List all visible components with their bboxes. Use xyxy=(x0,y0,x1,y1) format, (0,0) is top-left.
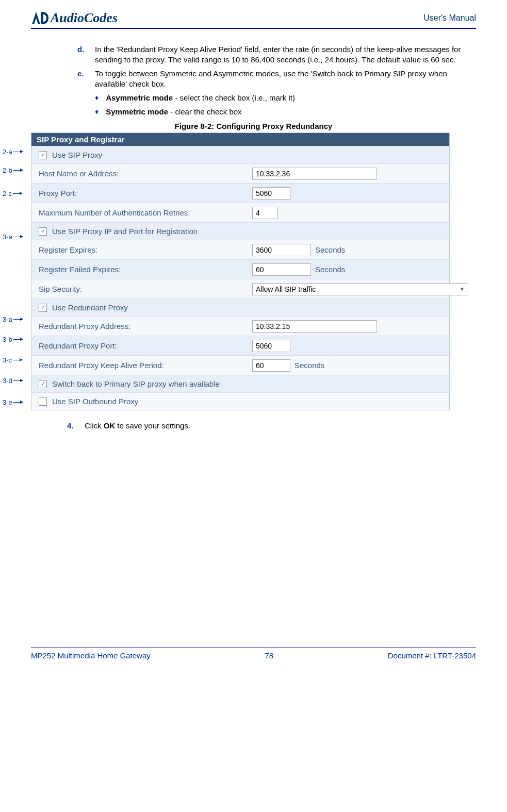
host-row: Host Name or Address: 10.33.2.36 xyxy=(31,163,449,183)
diamond-bullet-icon: ♦ xyxy=(95,106,99,117)
step-d-text: In the 'Redundant Proxy Keep Alive Perio… xyxy=(95,44,476,65)
footer-page-number: 78 xyxy=(265,651,273,660)
page-header: AudioCodes User's Manual xyxy=(31,10,476,29)
use-redundant-row: ✓ Use Redundant Proxy xyxy=(31,299,449,316)
host-input[interactable]: 10.33.2.36 xyxy=(252,168,377,180)
use-redundant-checkbox[interactable]: ✓ xyxy=(39,304,47,312)
sip-proxy-panel: SIP Proxy and Registrar ✓ Use SIP Proxy … xyxy=(31,132,450,410)
panel-title: SIP Proxy and Registrar xyxy=(31,133,449,146)
max-auth-row: Maximum Number of Authentication Retries… xyxy=(31,203,449,222)
use-sip-proxy-label: Use SIP Proxy xyxy=(52,151,102,159)
max-auth-label: Maximum Number of Authentication Retries… xyxy=(31,203,247,222)
footer-left: MP252 Multimedia Home Gateway xyxy=(31,651,151,660)
seconds-unit: Seconds xyxy=(295,361,324,370)
brand-name: AudioCodes xyxy=(51,10,118,26)
reg-expires-input[interactable]: 3600 xyxy=(252,244,311,256)
reg-expires-label: Register Expires: xyxy=(31,240,247,259)
header-manual-label: User's Manual xyxy=(423,13,476,23)
callout-2c: 2-c xyxy=(3,190,22,197)
use-ip-port-reg-row: ✓ Use SIP Proxy IP and Port for Registra… xyxy=(31,222,449,240)
use-sip-proxy-checkbox[interactable]: ✓ xyxy=(39,151,47,159)
sip-security-label: Sip Security: xyxy=(31,279,247,299)
bullet-asymmetric: ♦ Asymmetric mode - select the check box… xyxy=(95,92,476,104)
sip-security-value: Allow All SIP traffic xyxy=(256,285,316,293)
asymmetric-bold: Asymmetric mode xyxy=(106,93,173,102)
callout-3c: 3-c xyxy=(3,356,22,364)
use-redundant-label: Use Redundant Proxy xyxy=(52,303,128,312)
step-4-post: to save your settings. xyxy=(115,421,190,430)
footer-document-id: Document #: LTRT-23504 xyxy=(388,651,476,660)
use-outbound-checkbox[interactable] xyxy=(39,397,47,406)
seconds-unit: Seconds xyxy=(315,245,345,254)
use-outbound-row: Use SIP Outbound Proxy xyxy=(31,392,449,410)
symmetric-rest: - clear the check box xyxy=(168,107,242,116)
step-4-number: 4. xyxy=(67,421,76,431)
reg-failed-row: Register Failed Expires: 60 Seconds xyxy=(31,259,449,279)
red-port-row: Redundant Proxy Port: 5060 xyxy=(31,336,449,355)
sip-security-row: Sip Security: Allow All SIP traffic ▼ xyxy=(31,279,449,299)
step-d: d. In the 'Redundant Proxy Keep Alive Pe… xyxy=(77,44,476,65)
callout-3a-2: 3-a xyxy=(3,316,23,323)
callout-3d: 3-d xyxy=(3,377,23,385)
step-letter-d: d. xyxy=(77,44,87,65)
red-addr-row: Redundant Proxy Address: 10.33.2.15 xyxy=(31,316,449,336)
step-letter-e: e. xyxy=(77,69,87,90)
red-addr-input[interactable]: 10.33.2.15 xyxy=(252,320,377,333)
bullet-symmetric: ♦ Symmetric mode - clear the check box xyxy=(95,106,476,118)
symmetric-bold: Symmetric mode xyxy=(106,107,168,116)
proxy-port-row: Proxy Port: 5060 xyxy=(31,183,449,203)
use-sip-proxy-row: ✓ Use SIP Proxy xyxy=(31,146,449,163)
reg-failed-input[interactable]: 60 xyxy=(252,263,311,276)
asymmetric-rest: - select the check box (i.e., mark it) xyxy=(173,93,295,102)
proxy-port-label: Proxy Port: xyxy=(31,184,247,203)
host-label: Host Name or Address: xyxy=(31,164,247,183)
callout-2a: 2-a xyxy=(3,148,23,156)
chevron-down-icon: ▼ xyxy=(460,286,465,292)
callout-3b: 3-b xyxy=(3,336,23,343)
page-footer: MP252 Multimedia Home Gateway 78 Documen… xyxy=(31,648,476,660)
step-4-pre: Click xyxy=(85,421,104,430)
red-keep-input[interactable]: 60 xyxy=(252,359,290,372)
switch-back-row: ✓ Switch back to Primary SIP proxy when … xyxy=(31,375,449,392)
reg-expires-row: Register Expires: 3600 Seconds xyxy=(31,240,449,259)
callout-3e: 3-e xyxy=(3,399,23,406)
max-auth-input[interactable]: 4 xyxy=(252,207,278,219)
step-e-text: To toggle between Symmetric and Asymmetr… xyxy=(95,69,476,90)
red-port-input[interactable]: 5060 xyxy=(252,340,290,352)
red-keep-label: Redundant Proxy Keep Alive Period: xyxy=(31,356,247,375)
step-4: 4. Click OK to save your settings. xyxy=(67,421,476,431)
red-keep-row: Redundant Proxy Keep Alive Period: 60 Se… xyxy=(31,355,449,375)
sip-security-select[interactable]: Allow All SIP traffic ▼ xyxy=(252,283,468,295)
switch-back-checkbox[interactable]: ✓ xyxy=(39,380,47,388)
callout-2b: 2-b xyxy=(3,167,23,174)
diamond-bullet-icon: ♦ xyxy=(95,92,99,103)
brand-logo: AudioCodes xyxy=(31,10,118,26)
seconds-unit: Seconds xyxy=(315,265,345,274)
red-addr-label: Redundant Proxy Address: xyxy=(31,317,247,336)
use-ip-port-reg-label: Use SIP Proxy IP and Port for Registrati… xyxy=(52,227,198,236)
red-port-label: Redundant Proxy Port: xyxy=(31,336,247,355)
switch-back-label: Switch back to Primary SIP proxy when av… xyxy=(52,379,220,388)
proxy-port-input[interactable]: 5060 xyxy=(252,187,290,200)
reg-failed-label: Register Failed Expires: xyxy=(31,260,247,279)
use-ip-port-reg-checkbox[interactable]: ✓ xyxy=(39,227,47,236)
logo-icon xyxy=(31,11,48,25)
callout-3a-1: 3-a xyxy=(3,233,23,241)
step-e: e. To toggle between Symmetric and Asymm… xyxy=(77,69,476,90)
step-4-ok: OK xyxy=(104,421,116,430)
use-outbound-label: Use SIP Outbound Proxy xyxy=(52,397,138,406)
figure-caption: Figure 8-2: Configuring Proxy Redundancy xyxy=(31,122,476,130)
